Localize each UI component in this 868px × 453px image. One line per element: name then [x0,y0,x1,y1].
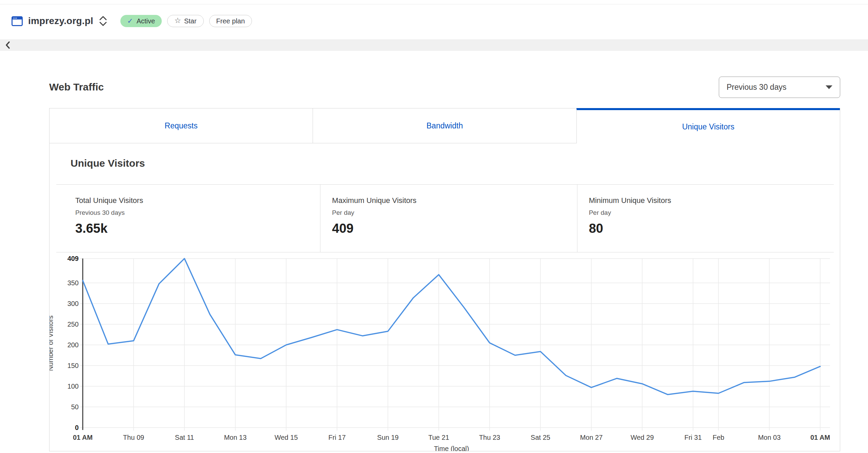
plan-badge-label: Free plan [216,17,245,25]
svg-text:Sun 19: Sun 19 [377,434,398,441]
status-badge-label: Active [137,17,155,25]
svg-text:100: 100 [67,383,79,390]
svg-text:350: 350 [67,279,79,287]
star-button-label: Star [184,17,197,25]
date-range-select[interactable]: Previous 30 days [719,77,840,98]
svg-text:Sat 11: Sat 11 [175,434,194,441]
svg-text:Time (local): Time (local) [434,445,469,451]
svg-text:Fri 31: Fri 31 [684,434,702,441]
plan-badge[interactable]: Free plan [209,15,252,27]
stat-title: Maximum Unique Visitors [332,196,577,205]
svg-text:Wed 29: Wed 29 [631,434,654,441]
check-icon: ✓ [127,17,133,25]
stat-title: Total Unique Visitors [75,196,320,205]
svg-text:150: 150 [67,362,79,369]
svg-text:01 AM: 01 AM [73,434,93,441]
date-range-value: Previous 30 days [727,83,786,92]
stat-subtitle: Previous 30 days [75,209,320,217]
site-name: imprezy.org.pl [28,16,93,26]
chart-area: 40935030025020015010050001 AMThu 09Sat 1… [50,252,840,451]
svg-text:Number of Visitors: Number of Visitors [50,315,54,371]
svg-text:250: 250 [67,321,79,328]
svg-text:200: 200 [67,341,79,349]
stat-total-unique-visitors: Total Unique Visitors Previous 30 days 3… [56,185,320,252]
star-icon: ☆ [174,16,181,25]
svg-text:Feb: Feb [713,434,724,441]
svg-text:Wed 15: Wed 15 [275,434,298,441]
panel-title: Unique Visitors [71,158,840,169]
stat-subtitle: Per day [589,209,834,217]
stat-subtitle: Per day [332,209,577,217]
tab-unique-visitors[interactable]: Unique Visitors [576,108,840,143]
stat-maximum-unique-visitors: Maximum Unique Visitors Per day 409 [320,185,577,252]
main-content: Web Traffic Previous 30 days Requests Ba… [0,76,868,451]
svg-text:0: 0 [75,424,79,431]
stat-title: Minimum Unique Visitors [589,196,834,205]
svg-text:Tue 21: Tue 21 [428,434,449,441]
star-button[interactable]: ☆ Star [167,15,203,27]
page-title: Web Traffic [49,81,104,93]
stat-value: 80 [589,221,834,236]
tab-bandwidth[interactable]: Bandwidth [313,108,576,143]
traffic-card: Requests Bandwidth Unique Visitors Uniqu… [49,108,840,451]
back-chevron-icon[interactable] [3,41,12,49]
svg-text:Fri 17: Fri 17 [328,434,346,441]
svg-text:Thu 09: Thu 09 [123,434,144,441]
traffic-tabs: Requests Bandwidth Unique Visitors [50,108,840,143]
stats-row: Total Unique Visitors Previous 30 days 3… [56,184,834,252]
domain-selector-icon[interactable] [99,16,107,26]
svg-text:Mon 27: Mon 27 [580,434,603,441]
status-badge: ✓ Active [120,15,162,27]
unique-visitors-chart: 40935030025020015010050001 AMThu 09Sat 1… [50,252,840,451]
svg-text:Sat 25: Sat 25 [531,434,550,441]
site-header: imprezy.org.pl ✓ Active ☆ Star Free plan [0,4,868,38]
browser-window-icon [12,16,23,26]
svg-text:50: 50 [71,403,79,411]
svg-text:409: 409 [67,255,79,262]
stat-value: 409 [332,221,577,236]
svg-text:300: 300 [67,300,79,307]
stat-value: 3.65k [75,221,320,236]
tab-requests[interactable]: Requests [50,108,313,143]
stat-minimum-unique-visitors: Minimum Unique Visitors Per day 80 [577,185,834,252]
svg-text:Thu 23: Thu 23 [479,434,500,441]
title-row: Web Traffic Previous 30 days [49,76,840,98]
caret-down-icon [826,85,832,89]
svg-text:01 AM: 01 AM [810,434,830,441]
svg-text:Mon 03: Mon 03 [758,434,781,441]
svg-text:Mon 13: Mon 13 [224,434,247,441]
back-bar [0,39,868,51]
top-hairline [0,0,868,4]
panel-head: Unique Visitors [50,143,840,184]
